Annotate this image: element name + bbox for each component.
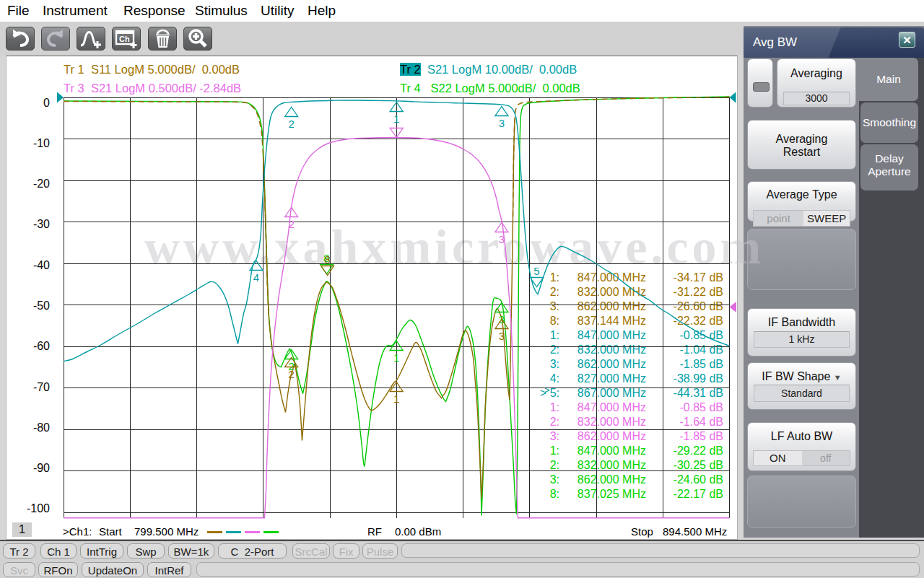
svg-text:2: 2 [288,217,294,229]
svg-text:3: 3 [498,232,504,245]
svg-text:1: 1 [393,392,399,404]
svg-text:3: 3 [498,329,504,341]
svg-text:2: 2 [288,117,294,129]
svg-text:4: 4 [253,271,258,283]
svg-text:3: 3 [498,116,504,128]
svg-text:1: 1 [393,351,399,363]
svg-text:>: > [544,385,550,395]
svg-text:1: 1 [393,112,399,124]
svg-text:8: 8 [324,253,330,265]
svg-text:2: 2 [288,367,294,380]
svg-text:5: 5 [533,264,539,276]
svg-text:Ch: Ch [119,35,130,43]
